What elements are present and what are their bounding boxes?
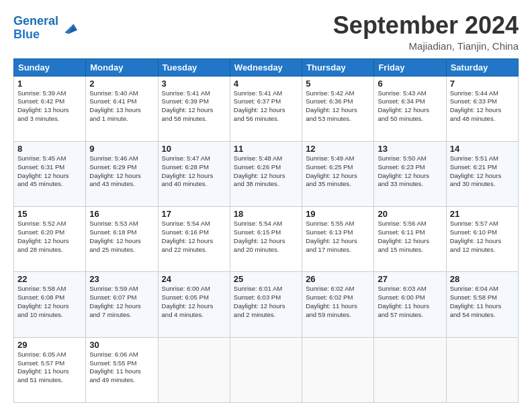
calendar-cell — [374, 337, 446, 402]
calendar-body: 1Sunrise: 5:39 AMSunset: 6:42 PMDaylight… — [14, 76, 519, 402]
day-number: 14 — [450, 144, 515, 154]
day-number: 7 — [450, 79, 515, 89]
cell-text: Sunrise: 5:46 AMSunset: 6:29 PMDaylight:… — [89, 154, 154, 189]
day-number: 8 — [17, 144, 82, 154]
day-number: 12 — [306, 144, 370, 154]
cell-text: Sunrise: 6:00 AMSunset: 6:05 PMDaylight:… — [162, 285, 226, 319]
day-number: 5 — [306, 79, 370, 89]
logo-text: General Blue — [13, 15, 58, 42]
day-number: 27 — [378, 274, 442, 284]
day-number: 11 — [234, 144, 298, 154]
cell-text: Sunrise: 5:42 AMSunset: 6:36 PMDaylight:… — [306, 89, 370, 124]
day-number: 22 — [17, 274, 82, 284]
location: Majiadian, Tianjin, China — [333, 40, 519, 52]
calendar-cell: 5Sunrise: 5:42 AMSunset: 6:36 PMDaylight… — [302, 76, 374, 141]
cell-text: Sunrise: 5:41 AMSunset: 6:37 PMDaylight:… — [234, 89, 298, 124]
day-number: 17 — [162, 209, 226, 219]
calendar-week-4: 22Sunrise: 5:58 AMSunset: 6:08 PMDayligh… — [14, 272, 519, 337]
cell-text: Sunrise: 5:45 AMSunset: 6:31 PMDaylight:… — [17, 154, 82, 189]
day-number: 28 — [450, 274, 515, 284]
calendar-cell — [302, 337, 374, 402]
calendar-cell: 22Sunrise: 5:58 AMSunset: 6:08 PMDayligh… — [14, 272, 86, 337]
logo-general: General — [13, 14, 58, 28]
calendar-table: SundayMondayTuesdayWednesdayThursdayFrid… — [13, 58, 519, 403]
calendar-cell: 17Sunrise: 5:54 AMSunset: 6:16 PMDayligh… — [158, 207, 230, 272]
day-number: 16 — [89, 209, 154, 219]
cell-text: Sunrise: 5:53 AMSunset: 6:18 PMDaylight:… — [89, 220, 154, 254]
cell-text: Sunrise: 6:03 AMSunset: 6:00 PMDaylight:… — [378, 285, 442, 319]
cell-text: Sunrise: 5:47 AMSunset: 6:28 PMDaylight:… — [162, 154, 226, 189]
day-number: 20 — [378, 209, 442, 219]
calendar-cell: 21Sunrise: 5:57 AMSunset: 6:10 PMDayligh… — [446, 207, 518, 272]
day-number: 30 — [89, 340, 154, 350]
calendar-cell: 9Sunrise: 5:46 AMSunset: 6:29 PMDaylight… — [86, 141, 158, 206]
day-number: 29 — [17, 340, 82, 350]
cell-text: Sunrise: 5:49 AMSunset: 6:25 PMDaylight:… — [306, 154, 370, 189]
calendar-cell: 8Sunrise: 5:45 AMSunset: 6:31 PMDaylight… — [14, 141, 86, 206]
cell-text: Sunrise: 6:05 AMSunset: 5:57 PMDaylight:… — [17, 351, 82, 385]
day-number: 23 — [89, 274, 154, 284]
calendar-cell: 23Sunrise: 5:59 AMSunset: 6:07 PMDayligh… — [86, 272, 158, 337]
calendar-cell: 14Sunrise: 5:51 AMSunset: 6:21 PMDayligh… — [446, 141, 518, 206]
logo: General Blue — [13, 15, 79, 42]
calendar-cell: 29Sunrise: 6:05 AMSunset: 5:57 PMDayligh… — [14, 337, 86, 402]
calendar-cell — [446, 337, 518, 402]
day-number: 2 — [89, 79, 154, 89]
calendar-cell: 7Sunrise: 5:44 AMSunset: 6:33 PMDaylight… — [446, 76, 518, 141]
cell-text: Sunrise: 5:43 AMSunset: 6:34 PMDaylight:… — [378, 89, 442, 124]
calendar-cell: 30Sunrise: 6:06 AMSunset: 5:55 PMDayligh… — [86, 337, 158, 402]
cell-text: Sunrise: 5:57 AMSunset: 6:10 PMDaylight:… — [450, 220, 515, 254]
calendar-week-3: 15Sunrise: 5:52 AMSunset: 6:20 PMDayligh… — [14, 207, 519, 272]
cell-text: Sunrise: 5:52 AMSunset: 6:20 PMDaylight:… — [17, 220, 82, 254]
cell-text: Sunrise: 5:40 AMSunset: 6:41 PMDaylight:… — [89, 89, 154, 124]
calendar-cell: 4Sunrise: 5:41 AMSunset: 6:37 PMDaylight… — [230, 76, 302, 141]
day-number: 13 — [378, 144, 442, 154]
calendar-cell: 12Sunrise: 5:49 AMSunset: 6:25 PMDayligh… — [302, 141, 374, 206]
calendar-cell: 19Sunrise: 5:55 AMSunset: 6:13 PMDayligh… — [302, 207, 374, 272]
weekday-header-sunday: Sunday — [14, 58, 86, 76]
day-number: 18 — [234, 209, 298, 219]
weekday-header-tuesday: Tuesday — [158, 58, 230, 76]
cell-text: Sunrise: 5:55 AMSunset: 6:13 PMDaylight:… — [306, 220, 370, 254]
calendar-cell — [158, 337, 230, 402]
weekday-header-wednesday: Wednesday — [230, 58, 302, 76]
calendar-cell: 25Sunrise: 6:01 AMSunset: 6:03 PMDayligh… — [230, 272, 302, 337]
day-number: 25 — [234, 274, 298, 284]
calendar-cell: 6Sunrise: 5:43 AMSunset: 6:34 PMDaylight… — [374, 76, 446, 141]
calendar-cell: 2Sunrise: 5:40 AMSunset: 6:41 PMDaylight… — [86, 76, 158, 141]
weekday-header-monday: Monday — [86, 58, 158, 76]
weekday-header-saturday: Saturday — [446, 58, 518, 76]
cell-text: Sunrise: 5:54 AMSunset: 6:16 PMDaylight:… — [162, 220, 226, 254]
day-number: 6 — [378, 79, 442, 89]
cell-text: Sunrise: 5:51 AMSunset: 6:21 PMDaylight:… — [450, 154, 515, 189]
day-number: 10 — [162, 144, 226, 154]
weekday-header-friday: Friday — [374, 58, 446, 76]
day-number: 24 — [162, 274, 226, 284]
cell-text: Sunrise: 6:06 AMSunset: 5:55 PMDaylight:… — [89, 351, 154, 385]
calendar-week-2: 8Sunrise: 5:45 AMSunset: 6:31 PMDaylight… — [14, 141, 519, 206]
calendar-week-1: 1Sunrise: 5:39 AMSunset: 6:42 PMDaylight… — [14, 76, 519, 141]
cell-text: Sunrise: 5:58 AMSunset: 6:08 PMDaylight:… — [17, 285, 82, 319]
cell-text: Sunrise: 5:39 AMSunset: 6:42 PMDaylight:… — [17, 89, 82, 124]
day-number: 9 — [89, 144, 154, 154]
day-number: 1 — [17, 79, 82, 89]
page-header: General Blue September 2024 Majiadian, T… — [13, 12, 519, 52]
cell-text: Sunrise: 5:48 AMSunset: 6:26 PMDaylight:… — [234, 154, 298, 189]
weekday-header-row: SundayMondayTuesdayWednesdayThursdayFrid… — [14, 58, 519, 76]
day-number: 3 — [162, 79, 226, 89]
day-number: 4 — [234, 79, 298, 89]
calendar-cell: 16Sunrise: 5:53 AMSunset: 6:18 PMDayligh… — [86, 207, 158, 272]
cell-text: Sunrise: 5:44 AMSunset: 6:33 PMDaylight:… — [450, 89, 515, 124]
day-number: 15 — [17, 209, 82, 219]
cell-text: Sunrise: 6:04 AMSunset: 5:58 PMDaylight:… — [450, 285, 515, 319]
calendar-cell: 13Sunrise: 5:50 AMSunset: 6:23 PMDayligh… — [374, 141, 446, 206]
cell-text: Sunrise: 5:41 AMSunset: 6:39 PMDaylight:… — [162, 89, 226, 124]
calendar-cell: 24Sunrise: 6:00 AMSunset: 6:05 PMDayligh… — [158, 272, 230, 337]
cell-text: Sunrise: 5:54 AMSunset: 6:15 PMDaylight:… — [234, 220, 298, 254]
title-block: September 2024 Majiadian, Tianjin, China — [333, 12, 519, 52]
logo-blue: Blue — [13, 28, 40, 41]
calendar-cell: 11Sunrise: 5:48 AMSunset: 6:26 PMDayligh… — [230, 141, 302, 206]
cell-text: Sunrise: 6:01 AMSunset: 6:03 PMDaylight:… — [234, 285, 298, 319]
cell-text: Sunrise: 6:02 AMSunset: 6:02 PMDaylight:… — [306, 285, 370, 319]
calendar-cell: 28Sunrise: 6:04 AMSunset: 5:58 PMDayligh… — [446, 272, 518, 337]
